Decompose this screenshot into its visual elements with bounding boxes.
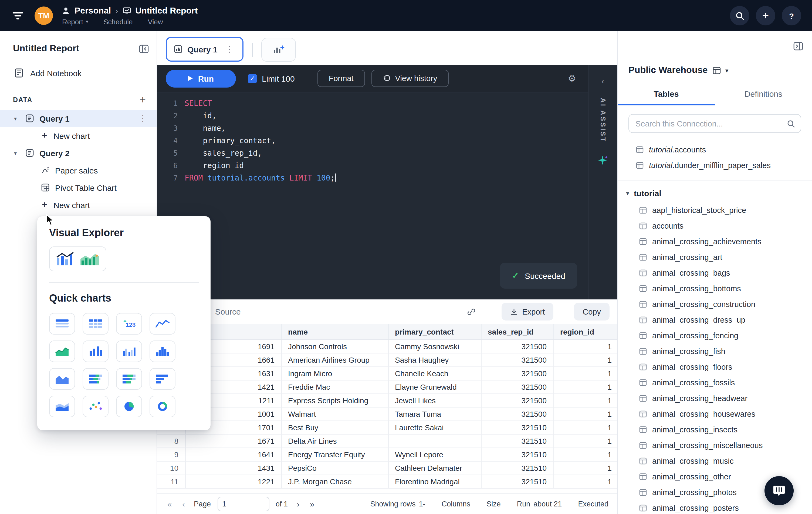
quick-chart-area-stacked-icon[interactable] [49,396,75,417]
share-link-button[interactable] [462,303,481,321]
menu-view[interactable]: View [148,18,163,26]
table-item-animal_crossing_insects[interactable]: animal_crossing_insects [618,422,812,437]
page-input[interactable] [217,497,269,511]
format-button[interactable]: Format [317,70,365,87]
new-chart-button-query-2[interactable]: + New chart [0,196,156,214]
editor-settings-button[interactable]: ⚙ [565,72,580,85]
search-input[interactable] [634,119,782,128]
table-item-animal_crossing_miscellaneous[interactable]: animal_crossing_miscellaneous [618,437,812,453]
add-notebook-button[interactable]: Add Notebook [0,54,156,78]
kebab-menu-icon[interactable]: ⋮ [136,113,150,124]
sql-code[interactable]: 1SELECT2 id,3 name,4 primary_contact,5 s… [157,92,588,184]
code-line[interactable]: 5 sales_rep_id, [157,147,588,159]
code-line[interactable]: 2 id, [157,110,588,122]
workspace-name[interactable]: Personal [75,6,111,16]
code-line[interactable]: 6 region_id [157,159,588,172]
expand-ai-assist-icon[interactable]: ‹ [598,76,607,86]
first-page-icon[interactable]: « [166,499,173,509]
table-item-animal_crossing_bottoms[interactable]: animal_crossing_bottoms [618,280,812,296]
table-row[interactable]: 51211Express Scripts HoldingJewell Likes… [157,394,617,407]
quick-chart-column-icon[interactable] [83,341,109,362]
table-item-animal_crossing_art[interactable]: animal_crossing_art [618,249,812,265]
help-button[interactable]: ? [782,6,801,25]
add-chart-tab[interactable] [261,38,296,62]
ai-assist-panel[interactable]: ‹ AI ASSIST [588,65,617,299]
quick-chart-scatter-icon[interactable] [83,396,109,417]
menu-schedule[interactable]: Schedule [104,18,133,26]
columns-status[interactable]: Columns [442,500,470,508]
table-row[interactable]: 31631Ingram MicroChanelle Keach3215001 [157,367,617,380]
tab-query-1[interactable]: Query 1 ⋮ [166,37,243,62]
menu-report[interactable]: Report▾ [62,18,88,26]
table-row[interactable]: 101431PepsiCoCathleen Delamater3215101 [157,461,617,475]
new-chart-button-query-1[interactable]: + New chart [0,127,156,144]
code-line[interactable]: 1SELECT [157,97,588,110]
chevron-down-icon[interactable]: ▾ [14,115,20,121]
table-item-accounts[interactable]: accounts [618,218,812,234]
table-item-animal_crossing_fish[interactable]: animal_crossing_fish [618,343,812,359]
size-status[interactable]: Size [487,500,501,508]
limit-checkbox[interactable]: ✓ [248,74,257,83]
column-header-primary_contact[interactable]: primary_contact [388,324,481,340]
schema-tutorial[interactable]: ▾ tutorial [618,181,661,202]
sidebar-item-pivot-table-chart[interactable]: Pivot Table Chart [0,179,156,196]
quick-chart-bar-horizontal-icon[interactable] [149,368,175,390]
quick-chart-pivot-table-icon[interactable] [83,313,109,334]
avatar[interactable]: TM [34,6,53,25]
sidebar-item-paper-sales[interactable]: 2 Paper sales [0,162,156,179]
quick-chart-trend-icon[interactable] [49,341,75,362]
tab-kebab-menu-icon[interactable]: ⋮ [223,44,237,55]
table-item-animal_crossing_achievements[interactable]: animal_crossing_achievements [618,234,812,249]
table-item-animal_crossing_headwear[interactable]: animal_crossing_headwear [618,390,812,406]
run-button[interactable]: Run [166,70,236,87]
collapse-left-panel-button[interactable] [139,44,149,54]
table-item-animal_crossing_fossils[interactable]: animal_crossing_fossils [618,375,812,390]
column-header-sales_rep_id[interactable]: sales_rep_id [481,324,553,340]
column-header-name[interactable]: name [281,324,388,340]
quick-chart-area-icon[interactable] [49,368,75,390]
table-row[interactable]: 81671Delta Air Lines3215101 [157,434,617,448]
quick-chart-stacked-bar-icon[interactable] [116,368,142,390]
table-row[interactable]: 71701Best BuyLaurette Sakai3215101 [157,421,617,434]
quick-chart-histogram-icon[interactable] [149,341,175,362]
column-header-region_id[interactable]: region_id [553,324,617,340]
quick-chart-table-icon[interactable] [49,313,75,334]
tab-source[interactable]: Source [212,299,244,324]
chat-launcher[interactable] [764,476,794,505]
next-page-icon[interactable]: › [294,499,302,509]
table-item-aapl_historical_stock_price[interactable]: aapl_historical_stock_price [618,202,812,218]
quick-chart-stacked-bar-horizontal-icon[interactable] [83,368,109,390]
quick-chart-pie-icon[interactable] [116,396,142,417]
table-row[interactable]: 21661American Airlines GroupSasha Haughe… [157,353,617,367]
quick-chart-line-icon[interactable] [149,313,175,334]
connection-selector[interactable]: Public Warehouse ▾ [618,31,728,76]
tab-tables[interactable]: Tables [618,89,715,105]
code-line[interactable]: 7FROM tutorial.accounts LIMIT 100; [157,172,588,184]
table-row[interactable]: 11691Johnson ControlsCammy Sosnowski3215… [157,340,617,353]
table-item-animal_crossing_floors[interactable]: animal_crossing_floors [618,359,812,375]
recent-table-accounts[interactable]: tutorial.accounts [618,142,812,157]
visual-explorer-button[interactable] [49,246,106,271]
recent-table-dunder_mifflin_paper_sales[interactable]: tutorial.dunder_mifflin_paper_sales [618,157,812,173]
add-button[interactable]: + [756,6,775,25]
table-item-animal_crossing_construction[interactable]: animal_crossing_construction [618,296,812,312]
sidebar-item-query-2[interactable]: ▾ Query 2 [0,144,156,162]
quick-chart-donut-icon[interactable] [149,396,175,417]
table-row[interactable]: 91641Energy Transfer EquityWynell Lepore… [157,448,617,461]
search-button[interactable] [730,6,749,25]
table-item-animal_crossing_dress_up[interactable]: animal_crossing_dress_up [618,312,812,327]
table-item-animal_crossing_fencing[interactable]: animal_crossing_fencing [618,327,812,343]
chevron-down-icon[interactable]: ▾ [14,150,20,156]
executed-status[interactable]: Executed [578,500,608,508]
quick-chart-discrete-number-icon[interactable]: 123 [116,313,142,334]
ai-sparkle-icon[interactable] [597,155,608,166]
view-history-button[interactable]: View history [372,70,448,87]
last-page-icon[interactable]: » [308,499,316,509]
quick-chart-grouped-column-icon[interactable] [116,341,142,362]
add-data-button[interactable]: + [137,94,149,105]
table-item-animal_crossing_music[interactable]: animal_crossing_music [618,453,812,468]
prev-page-icon[interactable]: ‹ [180,499,187,509]
table-row[interactable]: 41421Freddie MacElayne Grunewald3215001 [157,380,617,394]
code-line[interactable]: 3 name, [157,122,588,135]
mode-logo[interactable] [7,5,28,26]
